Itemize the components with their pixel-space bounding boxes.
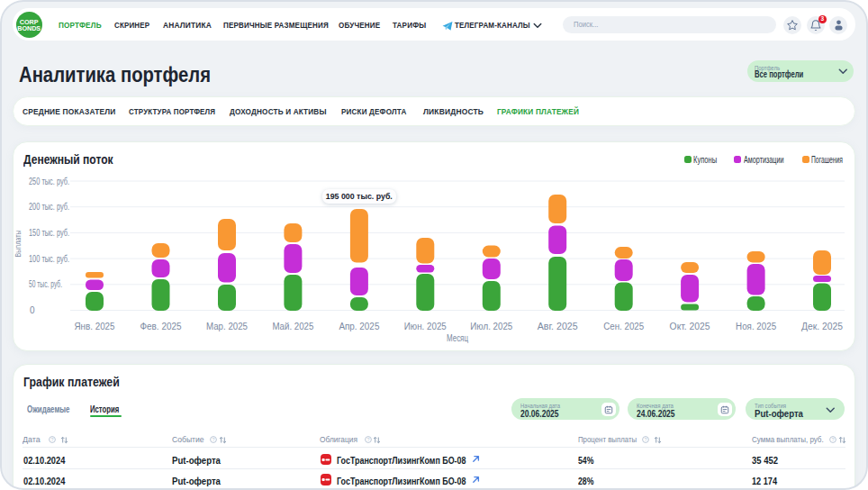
svg-text:?: ? — [831, 437, 834, 442]
svg-text:Янв. 2025: Янв. 2025 — [75, 322, 115, 331]
svg-text:0: 0 — [30, 305, 35, 315]
svg-text:Окт. 2025: Окт. 2025 — [670, 322, 710, 331]
svg-text:150 тыс. руб.: 150 тыс. руб. — [29, 228, 69, 238]
svg-text:Июн. 2025: Июн. 2025 — [404, 322, 447, 331]
svg-text:Ноя. 2025: Ноя. 2025 — [736, 322, 776, 331]
svg-text:Дек. 2025: Дек. 2025 — [801, 322, 843, 331]
svg-text:?: ? — [50, 437, 53, 442]
svg-text:Мар. 2025: Мар. 2025 — [206, 322, 248, 331]
svg-text:?: ? — [212, 437, 214, 442]
svg-text:Июл. 2025: Июл. 2025 — [470, 322, 512, 331]
svg-text:Сен. 2025: Сен. 2025 — [603, 322, 644, 331]
svg-text:50 тыс. руб.: 50 тыс. руб. — [29, 279, 62, 289]
svg-text:Фев. 2025: Фев. 2025 — [140, 322, 182, 331]
svg-text:200 тыс. руб.: 200 тыс. руб. — [29, 202, 69, 212]
svg-text:?: ? — [366, 437, 369, 442]
svg-text:Месяц: Месяц — [447, 333, 468, 343]
svg-text:Выплаты: Выплаты — [13, 230, 23, 257]
svg-text:Апр. 2025: Апр. 2025 — [339, 322, 379, 331]
svg-text:?: ? — [644, 437, 646, 442]
svg-text:250 тыс. руб.: 250 тыс. руб. — [29, 177, 69, 186]
svg-text:100 тыс. руб.: 100 тыс. руб. — [29, 254, 69, 264]
svg-text:Авг. 2025: Авг. 2025 — [538, 322, 578, 331]
svg-text:Май. 2025: Май. 2025 — [272, 322, 313, 331]
